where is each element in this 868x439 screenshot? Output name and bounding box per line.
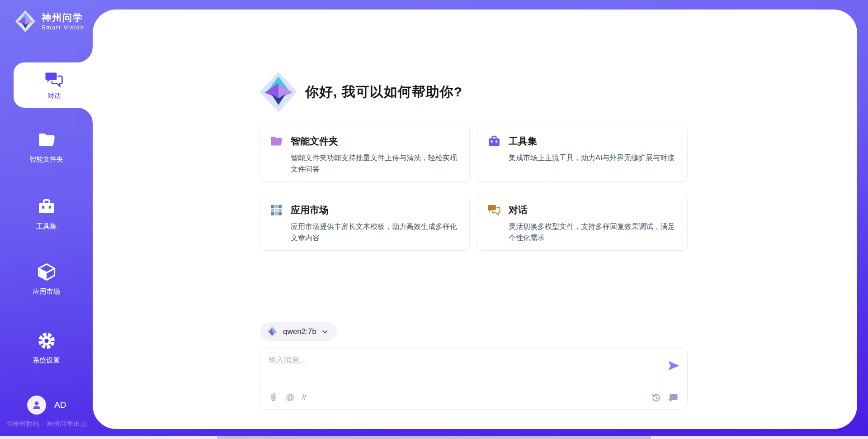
brand-name: 神州问学 (42, 12, 85, 23)
tab-fillet-bottom (77, 108, 93, 123)
card-title: 工具集 (509, 135, 537, 148)
avatar (27, 396, 46, 415)
hashtag-icon[interactable]: # (302, 392, 307, 402)
sidebar-item-label: 系统设置 (0, 356, 93, 365)
brand-logo-icon (14, 10, 36, 33)
chat-icon (45, 70, 64, 89)
brand: 神州问学 Smart Vision (14, 10, 85, 33)
chevron-down-icon (321, 328, 329, 335)
copyright-footer: ©神州数码 · 神州问学出品 (7, 420, 87, 428)
grid-icon (269, 203, 283, 217)
model-name: qwen2:7b (283, 327, 316, 336)
message-composer: @ # (259, 348, 688, 410)
sidebar-item-label: 工具集 (0, 222, 93, 231)
card-description: 智能文件夹功能支持批量文件上传与清洗，轻松实现文件问答 (291, 152, 462, 175)
app-window: 对话 神州问学 Smart Vision 智能文件夹 工具集 应用市场 系统设置… (0, 0, 868, 439)
gear-icon (37, 331, 56, 350)
card-title: 应用市场 (291, 204, 329, 216)
card-description: 应用市场提供丰富长文本模板，助力高效生成多样化文章内容 (291, 221, 462, 243)
toolbox-icon (37, 197, 56, 216)
tab-fillet-top (77, 47, 93, 62)
greeting-block: 你好, 我可以如何帮助你? (259, 71, 462, 113)
horizontal-scrollbar (0, 436, 868, 439)
chat-icon (487, 203, 501, 217)
folder-icon (37, 130, 56, 149)
composer-toolbar: @ # (269, 385, 678, 409)
sidebar-item-settings[interactable]: 系统设置 (0, 331, 93, 365)
message-input[interactable] (269, 355, 657, 382)
cube-icon (37, 262, 56, 282)
sidebar-item-label: 对话 (47, 92, 61, 100)
sidebar-item-label: 智能文件夹 (0, 155, 93, 164)
sidebar-item-toolset[interactable]: 工具集 (0, 197, 93, 231)
user-account[interactable]: AD (27, 396, 66, 415)
user-name: AD (54, 400, 66, 410)
feature-card-app-market[interactable]: 应用市场 应用市场提供丰富长文本模板，助力高效生成多样化文章内容 (259, 194, 470, 251)
card-title: 对话 (509, 204, 528, 216)
feature-card-smart-folder[interactable]: 智能文件夹 智能文件夹功能支持批量文件上传与清洗，轻松实现文件问答 (259, 125, 470, 182)
person-icon (31, 399, 42, 411)
model-selector[interactable]: qwen2:7b (260, 322, 337, 341)
card-description: 集成市场上主流工具，助力AI与外界无缝扩展与对接 (509, 152, 680, 163)
model-logo-icon (266, 325, 278, 338)
feature-card-toolset[interactable]: 工具集 集成市场上主流工具，助力AI与外界无缝扩展与对接 (477, 125, 688, 182)
toolbox-icon (487, 134, 501, 148)
conversation-icon[interactable] (668, 392, 678, 402)
paperclip-icon[interactable] (269, 392, 278, 402)
history-icon[interactable] (651, 392, 661, 402)
feature-card-chat[interactable]: 对话 灵活切换多模型文件，支持多样回复效果调试，满足个性化需求 (477, 194, 688, 251)
send-icon[interactable] (667, 359, 680, 372)
scrollbar-thumb[interactable] (217, 436, 651, 439)
sidebar-item-app-market[interactable]: 应用市场 (0, 262, 93, 296)
greeting-text: 你好, 我可以如何帮助你? (305, 83, 462, 101)
mention-icon[interactable]: @ (286, 392, 294, 402)
card-description: 灵活切换多模型文件，支持多样回复效果调试，满足个性化需求 (509, 221, 680, 243)
brand-subtitle: Smart Vision (42, 24, 85, 31)
sidebar-item-chat[interactable]: 对话 (14, 62, 95, 108)
card-title: 智能文件夹 (291, 135, 338, 148)
sidebar-item-label: 应用市场 (0, 287, 93, 296)
sidebar-item-smart-folder[interactable]: 智能文件夹 (0, 130, 93, 164)
assistant-logo-icon (259, 71, 298, 113)
folder-icon (269, 134, 283, 148)
